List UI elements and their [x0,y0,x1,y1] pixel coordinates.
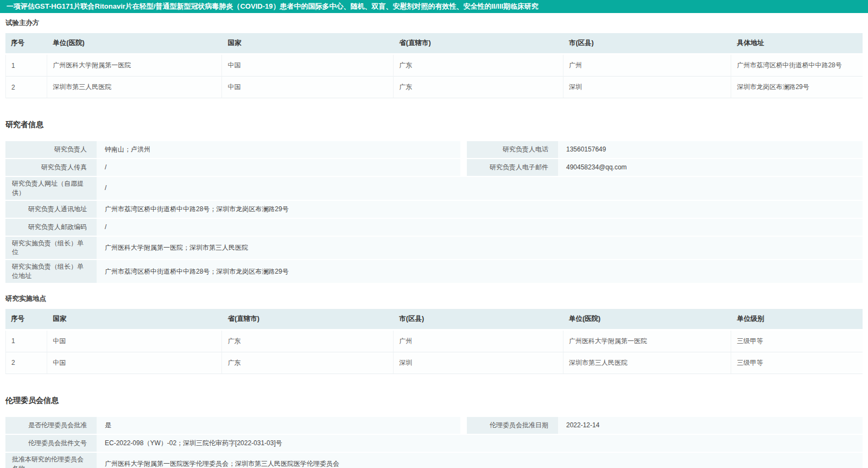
table-cell: 深圳市第三人民医院 [47,77,222,98]
field-value: 广州医科大学附属第一医院医学伦理委员会；深圳市第三人民医院医学伦理委员会 [97,453,863,468]
column-header: 市(区县) [563,33,731,55]
field-label: 研究负责人通讯地址 [5,201,97,218]
field-label: 研究实施负责（组长）单位 [5,237,97,260]
column-header: 单位(医院) [563,309,731,331]
info-row: 研究实施负责（组长）单位广州医科大学附属第一医院；深圳市第三人民医院 [5,237,863,260]
table-cell: 深圳 [394,352,563,374]
column-header: 单位(医院) [47,33,222,55]
field-value: 2022-12-14 [558,417,863,434]
field-value: 是 [97,417,460,434]
table-cell: 深圳市龙岗区布澜路29号 [731,77,863,98]
table-cell: 中国 [47,352,222,374]
field-label: 研究负责人网址（自愿提供） [5,177,97,200]
field-value: EC-2022-098（YW）-02；深圳三院伦审药字[2022-031-03]… [97,435,863,452]
ethics-info-grid: 是否伦理委员会批准是伦理委员会批准日期2022-12-14伦理委员会批件文号EC… [5,417,863,468]
table-cell: 深圳 [563,77,731,98]
column-header: 省(直辖市) [394,33,563,55]
table-cell: 广东 [394,55,563,77]
field-pair: 是否伦理委员会批准是 [5,417,460,434]
field-value: 钟南山；卢洪州 [97,141,460,158]
info-row: 是否伦理委员会批准是伦理委员会批准日期2022-12-14 [5,417,863,434]
field-label: 研究负责人电话 [467,141,558,158]
table-cell: 广东 [394,77,563,98]
field-pair: 伦理委员会批准日期2022-12-14 [467,417,863,434]
field-pair: 伦理委员会批件文号EC-2022-098（YW）-02；深圳三院伦审药字[202… [5,435,863,452]
field-value: / [97,219,863,236]
field-label: 是否伦理委员会批准 [5,417,97,434]
column-header: 国家 [222,33,394,55]
table-row: 1中国广东广州广州医科大学附属第一医院三级甲等 [5,331,863,352]
table-cell: 广东 [222,331,394,352]
sponsor-table-header-row: 序号 单位(医院) 国家 省(直辖市) 市(区县) 具体地址 [5,33,863,55]
sites-table: 序号 国家 省(直辖市) 市(区县) 单位(医院) 单位级别 1中国广东广州广州… [5,309,863,374]
field-label: 伦理委员会批准日期 [467,417,558,434]
table-cell: 广州 [394,331,563,352]
field-label: 批准本研究的伦理委员会名称 [5,453,97,468]
table-cell: 2 [5,77,47,98]
table-cell: 广东 [222,352,394,374]
field-value: 广州医科大学附属第一医院；深圳市第三人民医院 [97,237,863,260]
field-value: 13560157649 [558,141,863,158]
column-header: 单位级别 [731,309,863,331]
table-cell: 中国 [47,331,222,352]
table-row: 2中国广东深圳深圳市第三人民医院三级甲等 [5,352,863,374]
field-pair: 批准本研究的伦理委员会名称广州医科大学附属第一医院医学伦理委员会；深圳市第三人民… [5,453,863,468]
table-cell: 广州医科大学附属第一医院 [47,55,222,77]
field-value: 490458234@qq.com [558,159,863,176]
info-row: 研究负责人钟南山；卢洪州研究负责人电话13560157649 [5,141,863,158]
field-pair: 研究负责人电子邮件490458234@qq.com [467,159,863,176]
sponsor-table: 序号 单位(医院) 国家 省(直辖市) 市(区县) 具体地址 1广州医科大学附属… [5,33,863,98]
table-cell: 广州 [563,55,731,77]
trial-title: 一项评估GST-HG171片联合Ritonavir片在轻型/普通型新型冠状病毒肺… [7,2,538,10]
field-label: 研究负责人电子邮件 [467,159,558,176]
field-pair: 研究负责人电话13560157649 [467,141,863,158]
column-header: 具体地址 [731,33,863,55]
field-value: / [97,177,863,200]
field-label: 研究负责人传真 [5,159,97,176]
field-pair: 研究负责人邮政编码/ [5,219,863,236]
table-cell: 1 [5,331,47,352]
table-cell: 三级甲等 [731,352,863,374]
researcher-section-title: 研究者信息 [5,120,863,130]
table-cell: 深圳市第三人民医院 [563,352,731,374]
column-header: 市(区县) [394,309,563,331]
table-cell: 三级甲等 [731,331,863,352]
field-pair: 研究负责人网址（自愿提供）/ [5,177,863,200]
table-cell: 广州医科大学附属第一医院 [563,331,731,352]
table-row: 2深圳市第三人民医院中国广东深圳深圳市龙岗区布澜路29号 [5,77,863,98]
info-row: 研究负责人邮政编码/ [5,219,863,236]
field-label: 研究实施负责（组长）单位地址 [5,260,97,283]
info-row: 研究实施负责（组长）单位地址广州市荔湾区桥中街道桥中中路28号；深圳市龙岗区布澜… [5,260,863,283]
field-pair: 研究实施负责（组长）单位地址广州市荔湾区桥中街道桥中中路28号；深圳市龙岗区布澜… [5,260,863,283]
researcher-info-grid: 研究负责人钟南山；卢洪州研究负责人电话13560157649研究负责人传真/研究… [5,141,863,283]
info-row: 研究负责人通讯地址广州市荔湾区桥中街道桥中中路28号；深圳市龙岗区布澜路29号 [5,201,863,218]
field-value: 广州市荔湾区桥中街道桥中中路28号；深圳市龙岗区布澜路29号 [97,260,863,283]
field-value: / [97,159,460,176]
table-cell: 中国 [222,77,394,98]
info-row: 研究负责人传真/研究负责人电子邮件490458234@qq.com [5,159,863,176]
info-row: 批准本研究的伦理委员会名称广州医科大学附属第一医院医学伦理委员会；深圳市第三人民… [5,453,863,468]
field-pair: 研究负责人通讯地址广州市荔湾区桥中街道桥中中路28号；深圳市龙岗区布澜路29号 [5,201,863,218]
table-cell: 广州市荔湾区桥中街道桥中中路28号 [731,55,863,77]
ethics-section-title: 伦理委员会信息 [5,396,863,406]
table-cell: 1 [5,55,47,77]
info-row: 研究负责人网址（自愿提供）/ [5,177,863,200]
table-row: 1广州医科大学附属第一医院中国广东广州广州市荔湾区桥中街道桥中中路28号 [5,55,863,77]
field-pair: 研究负责人钟南山；卢洪州 [5,141,460,158]
table-cell: 中国 [222,55,394,77]
table-cell: 2 [5,352,47,374]
page-content: 试验主办方 序号 单位(医院) 国家 省(直辖市) 市(区县) 具体地址 1广州… [0,18,868,468]
sites-table-header-row: 序号 国家 省(直辖市) 市(区县) 单位(医院) 单位级别 [5,309,863,331]
field-label: 研究负责人 [5,141,97,158]
field-label: 研究负责人邮政编码 [5,219,97,236]
column-header: 省(直辖市) [222,309,394,331]
sponsor-section-title: 试验主办方 [5,18,863,28]
field-pair: 研究负责人传真/ [5,159,460,176]
field-pair: 研究实施负责（组长）单位广州医科大学附属第一医院；深圳市第三人民医院 [5,237,863,260]
field-value: 广州市荔湾区桥中街道桥中中路28号；深圳市龙岗区布澜路29号 [97,201,863,218]
trial-title-bar: 一项评估GST-HG171片联合Ritonavir片在轻型/普通型新型冠状病毒肺… [0,0,868,13]
column-header: 序号 [5,33,47,55]
column-header: 序号 [5,309,47,331]
info-row: 伦理委员会批件文号EC-2022-098（YW）-02；深圳三院伦审药字[202… [5,435,863,452]
field-label: 伦理委员会批件文号 [5,435,97,452]
